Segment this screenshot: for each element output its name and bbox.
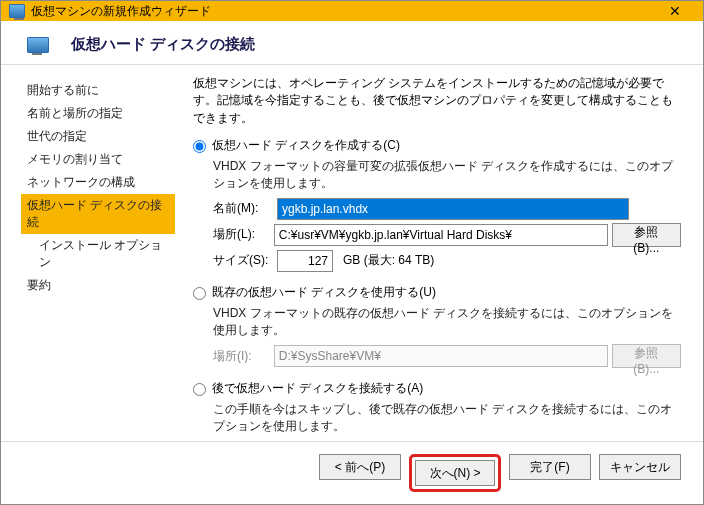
titlebar: 仮想マシンの新規作成ウィザード ✕ (1, 1, 703, 21)
name-input[interactable] (277, 198, 629, 220)
radio-create-vhd[interactable] (193, 140, 206, 153)
radio-existing-vhd[interactable] (193, 287, 206, 300)
footer: < 前へ(P) 次へ(N) > 完了(F) キャンセル (1, 441, 703, 504)
radio-later-vhd[interactable] (193, 383, 206, 396)
next-button[interactable]: 次へ(N) > (415, 460, 495, 486)
option-later-row: 後で仮想ハード ディスクを接続する(A) (193, 380, 681, 397)
radio-later-label: 後で仮想ハード ディスクを接続する(A) (212, 380, 423, 397)
app-icon (9, 3, 25, 19)
size-row: サイズ(S): GB (最大: 64 TB) (213, 250, 681, 272)
radio-existing-label: 既存の仮想ハード ディスクを使用する(U) (212, 284, 436, 301)
create-hint: VHDX フォーマットの容量可変の拡張仮想ハード ディスクを作成するには、このオ… (213, 158, 681, 192)
location-label: 場所(L): (213, 226, 270, 243)
page-header: 仮想ハード ディスクの接続 (1, 21, 703, 65)
step-network[interactable]: ネットワークの構成 (21, 171, 175, 194)
monitor-icon (27, 36, 49, 54)
main-panel: 仮想マシンには、オペレーティング システムをインストールするための記憶域が必要で… (193, 75, 683, 441)
existing-location-input (274, 345, 608, 367)
step-memory[interactable]: メモリの割り当て (21, 148, 175, 171)
later-hint: この手順を今はスキップし、後で既存の仮想ハード ディスクを接続するには、このオプ… (213, 401, 681, 435)
step-name-location[interactable]: 名前と場所の指定 (21, 102, 175, 125)
next-highlight: 次へ(N) > (409, 454, 501, 492)
existing-location-label: 場所(I): (213, 348, 270, 365)
existing-location-row: 場所(I): 参照(B)... (213, 344, 681, 368)
existing-hint: VHDX フォーマットの既存の仮想ハード ディスクを接続するには、このオプション… (213, 305, 681, 339)
location-row: 場所(L): 参照(B)... (213, 223, 681, 247)
page-title: 仮想ハード ディスクの接続 (71, 35, 255, 54)
radio-create-label: 仮想ハード ディスクを作成する(C) (212, 137, 400, 154)
location-input[interactable] (274, 224, 608, 246)
option-create-row: 仮想ハード ディスクを作成する(C) (193, 137, 681, 154)
size-suffix: GB (最大: 64 TB) (343, 252, 434, 269)
close-icon[interactable]: ✕ (655, 3, 695, 19)
window-title: 仮想マシンの新規作成ウィザード (31, 3, 655, 20)
step-generation[interactable]: 世代の指定 (21, 125, 175, 148)
cancel-button[interactable]: キャンセル (599, 454, 681, 480)
browse-button[interactable]: 参照(B)... (612, 223, 681, 247)
step-vhd-connect[interactable]: 仮想ハード ディスクの接続 (21, 194, 175, 234)
name-row: 名前(M): (213, 198, 681, 220)
existing-browse-button: 参照(B)... (612, 344, 681, 368)
size-label: サイズ(S): (213, 252, 273, 269)
description-text: 仮想マシンには、オペレーティング システムをインストールするための記憶域が必要で… (193, 75, 681, 127)
wizard-window: 仮想マシンの新規作成ウィザード ✕ 仮想ハード ディスクの接続 開始する前に 名… (0, 0, 704, 505)
step-summary[interactable]: 要約 (21, 274, 175, 297)
prev-button[interactable]: < 前へ(P) (319, 454, 401, 480)
body: 開始する前に 名前と場所の指定 世代の指定 メモリの割り当て ネットワークの構成… (1, 65, 703, 441)
step-install-options[interactable]: インストール オプション (21, 234, 175, 274)
size-input[interactable] (277, 250, 333, 272)
wizard-steps: 開始する前に 名前と場所の指定 世代の指定 メモリの割り当て ネットワークの構成… (21, 75, 175, 441)
step-before-begin[interactable]: 開始する前に (21, 79, 175, 102)
name-label: 名前(M): (213, 200, 273, 217)
option-existing-row: 既存の仮想ハード ディスクを使用する(U) (193, 284, 681, 301)
finish-button[interactable]: 完了(F) (509, 454, 591, 480)
